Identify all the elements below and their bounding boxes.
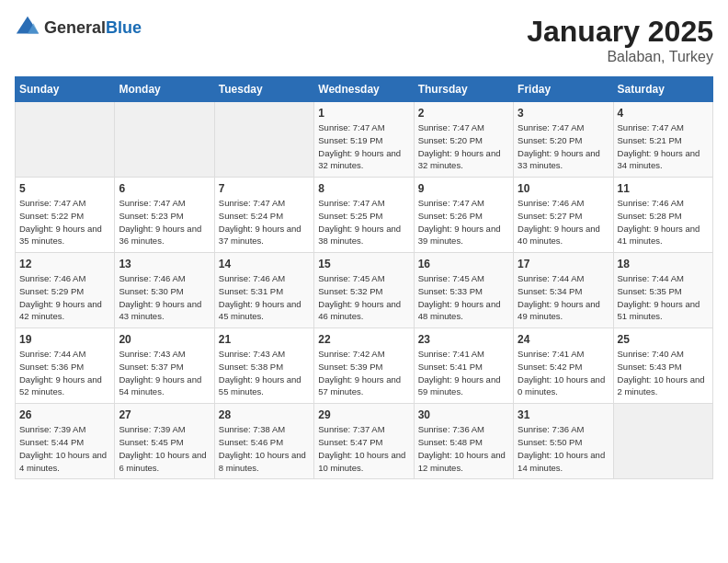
day-info: Sunrise: 7:47 AM Sunset: 5:20 PM Dayligh… — [518, 121, 609, 172]
calendar-cell: 17Sunrise: 7:44 AM Sunset: 5:34 PM Dayli… — [514, 253, 613, 328]
day-info: Sunrise: 7:47 AM Sunset: 5:19 PM Dayligh… — [318, 121, 409, 172]
day-info: Sunrise: 7:41 AM Sunset: 5:42 PM Dayligh… — [518, 348, 609, 398]
logo: GeneralBlue — [15, 15, 142, 40]
day-number: 26 — [19, 408, 110, 421]
day-info: Sunrise: 7:38 AM Sunset: 5:46 PM Dayligh… — [219, 423, 310, 474]
day-number: 31 — [518, 408, 609, 421]
day-number: 20 — [119, 333, 210, 346]
day-number: 16 — [418, 258, 509, 270]
location-title: Balaban, Turkey — [527, 49, 713, 65]
day-number: 22 — [318, 333, 409, 346]
day-info: Sunrise: 7:43 AM Sunset: 5:37 PM Dayligh… — [119, 348, 210, 398]
logo-general: GeneralBlue — [44, 19, 142, 37]
calendar-week-5: 26Sunrise: 7:39 AM Sunset: 5:44 PM Dayli… — [16, 404, 713, 479]
calendar-cell: 16Sunrise: 7:45 AM Sunset: 5:33 PM Dayli… — [414, 253, 513, 328]
day-number: 14 — [219, 258, 310, 270]
day-info: Sunrise: 7:43 AM Sunset: 5:38 PM Dayligh… — [219, 348, 310, 398]
day-number: 27 — [119, 408, 210, 421]
day-number: 6 — [119, 182, 210, 195]
day-number: 30 — [418, 408, 509, 421]
day-number: 28 — [219, 408, 310, 421]
calendar-cell: 2Sunrise: 7:47 AM Sunset: 5:20 PM Daylig… — [414, 102, 513, 178]
logo-icon — [15, 15, 40, 40]
calendar-cell: 11Sunrise: 7:46 AM Sunset: 5:28 PM Dayli… — [613, 178, 712, 253]
day-info: Sunrise: 7:46 AM Sunset: 5:27 PM Dayligh… — [518, 197, 609, 247]
page-header: GeneralBlue January 2025 Balaban, Turkey — [15, 15, 713, 65]
day-info: Sunrise: 7:41 AM Sunset: 5:41 PM Dayligh… — [418, 348, 509, 398]
day-number: 21 — [219, 333, 310, 346]
day-number: 11 — [618, 182, 709, 195]
calendar-week-4: 19Sunrise: 7:44 AM Sunset: 5:36 PM Dayli… — [16, 328, 713, 404]
calendar-cell — [214, 102, 313, 178]
day-number: 10 — [518, 182, 609, 195]
calendar-cell: 6Sunrise: 7:47 AM Sunset: 5:23 PM Daylig… — [115, 178, 214, 253]
day-info: Sunrise: 7:46 AM Sunset: 5:30 PM Dayligh… — [119, 272, 210, 323]
calendar-week-2: 5Sunrise: 7:47 AM Sunset: 5:22 PM Daylig… — [16, 178, 713, 253]
day-info: Sunrise: 7:44 AM Sunset: 5:35 PM Dayligh… — [618, 272, 709, 323]
calendar-cell: 22Sunrise: 7:42 AM Sunset: 5:39 PM Dayli… — [314, 328, 414, 404]
month-title: January 2025 — [527, 15, 713, 49]
day-number: 3 — [518, 107, 609, 120]
header-thursday: Thursday — [414, 77, 513, 102]
day-number: 13 — [119, 258, 210, 270]
day-info: Sunrise: 7:46 AM Sunset: 5:29 PM Dayligh… — [19, 272, 110, 323]
day-number: 7 — [219, 182, 310, 195]
weekday-header-row: Sunday Monday Tuesday Wednesday Thursday… — [16, 77, 713, 102]
calendar-cell: 31Sunrise: 7:36 AM Sunset: 5:50 PM Dayli… — [514, 404, 613, 479]
title-block: January 2025 Balaban, Turkey — [527, 15, 713, 65]
day-info: Sunrise: 7:37 AM Sunset: 5:47 PM Dayligh… — [318, 423, 409, 474]
day-info: Sunrise: 7:47 AM Sunset: 5:22 PM Dayligh… — [19, 197, 110, 247]
day-number: 18 — [618, 258, 709, 270]
calendar-cell: 23Sunrise: 7:41 AM Sunset: 5:41 PM Dayli… — [414, 328, 513, 404]
day-info: Sunrise: 7:47 AM Sunset: 5:20 PM Dayligh… — [418, 121, 509, 172]
day-number: 1 — [318, 107, 409, 120]
calendar-cell: 27Sunrise: 7:39 AM Sunset: 5:45 PM Dayli… — [115, 404, 214, 479]
header-tuesday: Tuesday — [214, 77, 313, 102]
calendar-week-1: 1Sunrise: 7:47 AM Sunset: 5:19 PM Daylig… — [16, 102, 713, 178]
day-info: Sunrise: 7:44 AM Sunset: 5:36 PM Dayligh… — [19, 348, 110, 398]
day-info: Sunrise: 7:46 AM Sunset: 5:28 PM Dayligh… — [618, 197, 709, 247]
calendar-cell: 15Sunrise: 7:45 AM Sunset: 5:32 PM Dayli… — [314, 253, 414, 328]
calendar-table: Sunday Monday Tuesday Wednesday Thursday… — [15, 76, 713, 479]
day-number: 24 — [518, 333, 609, 346]
calendar-cell: 3Sunrise: 7:47 AM Sunset: 5:20 PM Daylig… — [514, 102, 613, 178]
calendar-cell: 24Sunrise: 7:41 AM Sunset: 5:42 PM Dayli… — [514, 328, 613, 404]
calendar-cell: 8Sunrise: 7:47 AM Sunset: 5:25 PM Daylig… — [314, 178, 414, 253]
day-number: 8 — [318, 182, 409, 195]
day-info: Sunrise: 7:39 AM Sunset: 5:45 PM Dayligh… — [119, 423, 210, 474]
header-wednesday: Wednesday — [314, 77, 414, 102]
calendar-cell: 10Sunrise: 7:46 AM Sunset: 5:27 PM Dayli… — [514, 178, 613, 253]
day-info: Sunrise: 7:36 AM Sunset: 5:48 PM Dayligh… — [418, 423, 509, 474]
day-info: Sunrise: 7:47 AM Sunset: 5:25 PM Dayligh… — [318, 197, 409, 247]
day-info: Sunrise: 7:47 AM Sunset: 5:26 PM Dayligh… — [418, 197, 509, 247]
day-info: Sunrise: 7:40 AM Sunset: 5:43 PM Dayligh… — [618, 348, 709, 398]
calendar-week-3: 12Sunrise: 7:46 AM Sunset: 5:29 PM Dayli… — [16, 253, 713, 328]
day-number: 19 — [19, 333, 110, 346]
calendar-cell: 21Sunrise: 7:43 AM Sunset: 5:38 PM Dayli… — [214, 328, 313, 404]
day-number: 4 — [618, 107, 709, 120]
day-info: Sunrise: 7:42 AM Sunset: 5:39 PM Dayligh… — [318, 348, 409, 398]
calendar-cell: 9Sunrise: 7:47 AM Sunset: 5:26 PM Daylig… — [414, 178, 513, 253]
header-sunday: Sunday — [16, 77, 115, 102]
day-info: Sunrise: 7:39 AM Sunset: 5:44 PM Dayligh… — [19, 423, 110, 474]
calendar-cell: 25Sunrise: 7:40 AM Sunset: 5:43 PM Dayli… — [613, 328, 712, 404]
calendar-cell: 4Sunrise: 7:47 AM Sunset: 5:21 PM Daylig… — [613, 102, 712, 178]
day-info: Sunrise: 7:47 AM Sunset: 5:21 PM Dayligh… — [618, 121, 709, 172]
calendar-cell: 14Sunrise: 7:46 AM Sunset: 5:31 PM Dayli… — [214, 253, 313, 328]
day-number: 2 — [418, 107, 509, 120]
calendar-cell: 28Sunrise: 7:38 AM Sunset: 5:46 PM Dayli… — [214, 404, 313, 479]
day-info: Sunrise: 7:36 AM Sunset: 5:50 PM Dayligh… — [518, 423, 609, 474]
calendar-cell: 26Sunrise: 7:39 AM Sunset: 5:44 PM Dayli… — [16, 404, 115, 479]
day-info: Sunrise: 7:45 AM Sunset: 5:32 PM Dayligh… — [318, 272, 409, 323]
calendar-cell: 13Sunrise: 7:46 AM Sunset: 5:30 PM Dayli… — [115, 253, 214, 328]
day-number: 12 — [19, 258, 110, 270]
day-number: 15 — [318, 258, 409, 270]
day-info: Sunrise: 7:44 AM Sunset: 5:34 PM Dayligh… — [518, 272, 609, 323]
day-number: 17 — [518, 258, 609, 270]
calendar-cell: 12Sunrise: 7:46 AM Sunset: 5:29 PM Dayli… — [16, 253, 115, 328]
calendar-cell: 29Sunrise: 7:37 AM Sunset: 5:47 PM Dayli… — [314, 404, 414, 479]
day-info: Sunrise: 7:47 AM Sunset: 5:24 PM Dayligh… — [219, 197, 310, 247]
calendar-cell: 7Sunrise: 7:47 AM Sunset: 5:24 PM Daylig… — [214, 178, 313, 253]
calendar-cell — [16, 102, 115, 178]
day-number: 5 — [19, 182, 110, 195]
